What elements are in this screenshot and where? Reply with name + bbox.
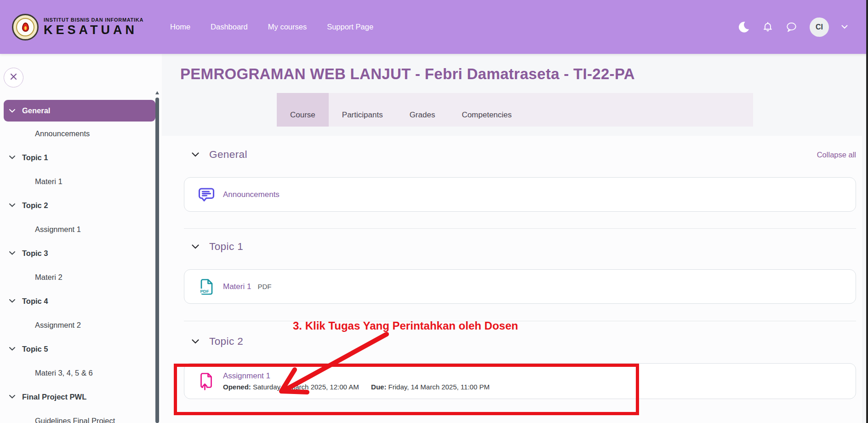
sidebar-item-guidelines-final-project[interactable]: Guidelines Final Project bbox=[0, 409, 155, 423]
sidebar-item-label: Topic 1 bbox=[22, 153, 48, 162]
sidebar-item-label: Announcements bbox=[35, 129, 90, 138]
tab-competencies[interactable]: Competencies bbox=[448, 93, 525, 127]
sidebar-item-announcements[interactable]: Announcements bbox=[0, 122, 155, 145]
sidebar-item-label: Assignment 1 bbox=[35, 225, 81, 234]
window-edge bbox=[866, 0, 868, 423]
section-title[interactable]: General bbox=[209, 149, 247, 161]
institution-crest-icon bbox=[12, 14, 39, 41]
sidebar-item-label: Materi 1 bbox=[35, 177, 63, 186]
assignment-dates: Opened: Saturday, 8 March 2025, 12:00 AM… bbox=[223, 383, 490, 391]
institution-name-line2: KESATUAN bbox=[44, 23, 143, 36]
nav-link-dashboard[interactable]: Dashboard bbox=[211, 23, 248, 31]
tab-participants[interactable]: Participants bbox=[329, 93, 396, 127]
sidebar-item-label: Materi 3, 4, 5 & 6 bbox=[35, 369, 93, 377]
opened-value: Saturday, 8 March 2025, 12:00 AM bbox=[253, 383, 359, 391]
chevron-down-icon[interactable] bbox=[9, 299, 15, 303]
nav-link-my-courses[interactable]: My courses bbox=[268, 23, 307, 31]
section-header-general: General Collapse all bbox=[192, 148, 856, 162]
chevron-down-icon[interactable] bbox=[9, 203, 15, 207]
activity-link-announcements[interactable]: Announcements bbox=[223, 190, 280, 199]
chevron-down-icon[interactable] bbox=[9, 395, 15, 399]
institution-logo[interactable]: INSTITUT BISNIS DAN INFORMATIKA KESATUAN bbox=[12, 14, 143, 41]
chevron-down-icon[interactable] bbox=[9, 251, 15, 255]
sidebar-item-label: Assignment 2 bbox=[35, 321, 81, 330]
forum-icon bbox=[197, 185, 216, 204]
section-title[interactable]: Topic 1 bbox=[209, 241, 243, 253]
nav-link-home[interactable]: Home bbox=[170, 23, 190, 31]
section-header-topic-2: Topic 2 bbox=[192, 335, 856, 348]
sidebar-item-topic-4[interactable]: Topic 4 bbox=[0, 289, 155, 313]
activity-card-announcements: Announcements bbox=[184, 177, 856, 212]
sidebar-item-topic-5[interactable]: Topic 5 bbox=[0, 337, 155, 361]
course-index-drawer: General Announcements Topic 1 Materi 1 T… bbox=[0, 54, 162, 423]
close-icon bbox=[10, 73, 17, 82]
sidebar-item-label: Topic 5 bbox=[22, 345, 48, 353]
pdf-icon: PDF bbox=[197, 278, 216, 296]
section-divider bbox=[184, 228, 856, 229]
sidebar-item-label: Guidelines Final Project bbox=[35, 417, 115, 423]
opened-label: Opened: bbox=[223, 383, 251, 391]
sidebar-item-label: Topic 3 bbox=[22, 249, 48, 258]
sidebar-item-final-project-pwl[interactable]: Final Project PWL bbox=[0, 385, 155, 409]
sidebar-item-label: Final Project PWL bbox=[22, 393, 86, 401]
due-label: Due: bbox=[371, 383, 386, 391]
main-content: PEMROGRAMAN WEB LANJUT - Febri Damatrase… bbox=[162, 54, 868, 423]
sidebar-item-topic-2[interactable]: Topic 2 bbox=[0, 193, 155, 217]
svg-text:PDF: PDF bbox=[200, 289, 209, 294]
sidebar-item-general[interactable]: General bbox=[4, 100, 155, 122]
navbar-actions: CI bbox=[737, 17, 848, 37]
activity-card-materi-1: PDF Materi 1 PDF bbox=[184, 269, 856, 304]
section-divider bbox=[184, 321, 856, 321]
sidebar-item-materi-2[interactable]: Materi 2 bbox=[0, 265, 155, 289]
sidebar-item-topic-1[interactable]: Topic 1 bbox=[0, 145, 155, 169]
chat-icon[interactable] bbox=[786, 22, 797, 33]
section-header-topic-1: Topic 1 bbox=[192, 240, 856, 254]
sidebar-item-materi-1[interactable]: Materi 1 bbox=[0, 169, 155, 193]
sidebar-item-label: Materi 2 bbox=[35, 273, 63, 282]
chevron-down-icon[interactable] bbox=[841, 25, 848, 29]
section-title[interactable]: Topic 2 bbox=[209, 336, 243, 348]
sidebar-item-materi-3456[interactable]: Materi 3, 4, 5 & 6 bbox=[0, 361, 155, 385]
institution-name-line1: INSTITUT BISNIS DAN INFORMATIKA bbox=[44, 17, 143, 23]
sidebar-item-label: Topic 2 bbox=[22, 201, 48, 210]
activity-link-materi-1[interactable]: Materi 1 bbox=[223, 282, 251, 291]
institution-name: INSTITUT BISNIS DAN INFORMATIKA KESATUAN bbox=[44, 17, 143, 37]
sidebar-item-assignment-2[interactable]: Assignment 2 bbox=[0, 313, 155, 337]
chevron-down-icon[interactable] bbox=[9, 109, 15, 113]
chevron-down-icon[interactable] bbox=[9, 156, 15, 159]
sidebar-item-label: General bbox=[22, 106, 50, 115]
bell-icon[interactable] bbox=[762, 21, 773, 33]
chevron-down-icon[interactable] bbox=[192, 339, 199, 344]
chevron-down-icon[interactable] bbox=[9, 347, 15, 351]
course-tabbar: Course Participants Grades Competencies bbox=[277, 93, 753, 127]
chevron-down-icon[interactable] bbox=[192, 152, 199, 157]
course-content: General Collapse all Announcements Top bbox=[162, 136, 862, 423]
nav-link-support-page[interactable]: Support Page bbox=[327, 23, 373, 31]
activity-type-label: PDF bbox=[257, 283, 271, 290]
top-navbar: INSTITUT BISNIS DAN INFORMATIKA KESATUAN… bbox=[0, 0, 868, 54]
page-title: PEMROGRAMAN WEB LANJUT - Febri Damatrase… bbox=[180, 64, 778, 84]
sidebar-item-topic-3[interactable]: Topic 3 bbox=[0, 241, 155, 265]
avatar[interactable]: CI bbox=[810, 17, 829, 37]
sidebar-scrollbar[interactable] bbox=[155, 98, 159, 423]
tab-grades[interactable]: Grades bbox=[396, 93, 449, 127]
navbar-links: Home Dashboard My courses Support Page bbox=[170, 23, 373, 31]
activity-card-assignment-1: Assignment 1 Opened: Saturday, 8 March 2… bbox=[184, 363, 856, 399]
sidebar-scroll-up-arrow[interactable] bbox=[155, 91, 159, 94]
close-drawer-button[interactable] bbox=[4, 68, 23, 87]
tab-course[interactable]: Course bbox=[277, 93, 329, 127]
collapse-all-link[interactable]: Collapse all bbox=[817, 151, 856, 159]
sidebar-item-label: Topic 4 bbox=[22, 297, 48, 306]
chevron-down-icon[interactable] bbox=[192, 244, 199, 249]
activity-link-assignment-1[interactable]: Assignment 1 bbox=[223, 371, 490, 381]
due-value: Friday, 14 March 2025, 11:00 PM bbox=[388, 383, 490, 391]
moon-icon[interactable] bbox=[737, 21, 750, 33]
sidebar-item-assignment-1[interactable]: Assignment 1 bbox=[0, 217, 155, 241]
course-index-list: General Announcements Topic 1 Materi 1 T… bbox=[0, 100, 155, 423]
lms-course-page: INSTITUT BISNIS DAN INFORMATIKA KESATUAN… bbox=[0, 0, 868, 423]
assignment-icon bbox=[197, 372, 216, 390]
